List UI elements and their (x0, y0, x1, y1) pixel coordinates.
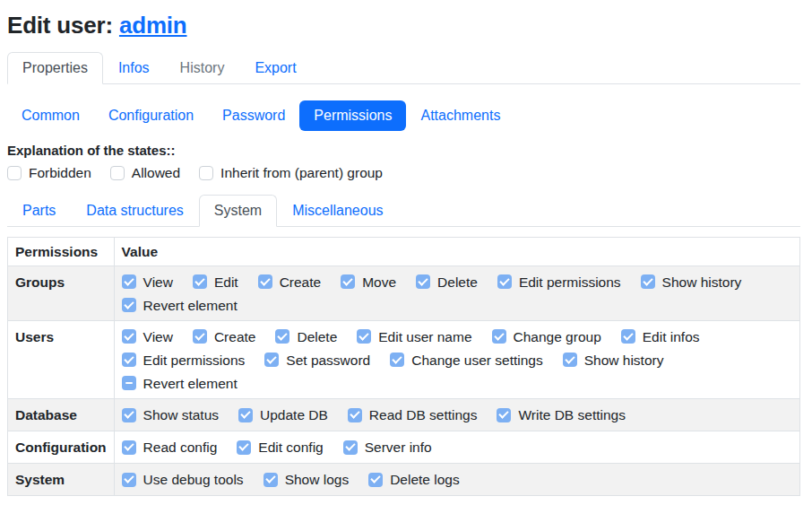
perm-checkbox-view[interactable] (122, 274, 136, 289)
perm-item-edit-infos[interactable]: Edit infos (621, 327, 700, 346)
perm-checkbox-change-user-settings[interactable] (390, 353, 404, 367)
perm-item-edit-permissions[interactable]: Edit permissions (122, 351, 246, 370)
row-label: Database (8, 399, 115, 431)
perm-checkbox-delete-logs[interactable] (368, 473, 383, 487)
state-checkbox-inherit-from-parent-group[interactable] (199, 166, 213, 180)
perm-label: Create (280, 273, 322, 292)
perm-item-set-password[interactable]: Set password (264, 351, 370, 370)
perm-item-edit-permissions[interactable]: Edit permissions (497, 273, 621, 292)
perm-tab-miscellaneous[interactable]: Miscellaneous (277, 195, 398, 227)
perm-checkbox-update-db[interactable] (238, 408, 253, 422)
perm-checkbox-edit[interactable] (193, 274, 207, 289)
perm-checkbox-use-debug-tools[interactable] (122, 473, 136, 487)
legend-item-inherit-from-parent-group[interactable]: Inherit from (parent) group (199, 165, 383, 181)
table-row-system: SystemUse debug toolsShow logsDelete log… (8, 464, 800, 496)
checkbox-line: Edit permissionsSet passwordChange user … (122, 348, 792, 371)
perm-label: View (143, 327, 173, 346)
tab-infos[interactable]: Infos (103, 52, 165, 84)
state-checkbox-allowed[interactable] (110, 166, 125, 180)
perm-item-use-debug-tools[interactable]: Use debug tools (122, 470, 244, 489)
tab-export[interactable]: Export (239, 52, 311, 84)
user-link[interactable]: admin (119, 12, 187, 39)
pill-permissions[interactable]: Permissions (299, 100, 406, 131)
perm-checkbox-read-db-settings[interactable] (348, 408, 362, 422)
perm-label: Edit config (258, 438, 323, 457)
perm-item-delete[interactable]: Delete (275, 327, 337, 346)
perm-item-show-logs[interactable]: Show logs (263, 470, 350, 489)
perm-checkbox-delete[interactable] (416, 274, 430, 289)
pill-password[interactable]: Password (208, 100, 299, 131)
perm-label: Move (362, 273, 396, 292)
perm-item-edit[interactable]: Edit (193, 273, 238, 292)
perm-item-create[interactable]: Create (258, 273, 322, 292)
pill-attachments[interactable]: Attachments (406, 100, 514, 131)
perm-checkbox-change-group[interactable] (492, 329, 506, 344)
perm-item-move[interactable]: Move (341, 273, 396, 292)
perm-checkbox-server-info[interactable] (343, 440, 358, 455)
perm-checkbox-edit-infos[interactable] (621, 329, 635, 344)
perm-checkbox-read-config[interactable] (122, 440, 136, 455)
perm-item-read-db-settings[interactable]: Read DB settings (348, 405, 478, 424)
perm-checkbox-revert-element[interactable] (122, 298, 136, 312)
perm-label: Update DB (260, 405, 328, 424)
perm-item-revert-element[interactable]: Revert element (122, 296, 238, 315)
checkbox-line: Use debug toolsShow logsDelete logs (122, 468, 792, 492)
checkbox-line: ViewEditCreateMoveDeleteEdit permissions… (122, 270, 792, 293)
perm-item-change-group[interactable]: Change group (492, 327, 601, 346)
table-row-database: DatabaseShow statusUpdate DBRead DB sett… (8, 399, 800, 431)
perm-checkbox-write-db-settings[interactable] (497, 408, 511, 422)
checkbox-line: Show statusUpdate DBRead DB settingsWrit… (122, 404, 792, 427)
tab-properties[interactable]: Properties (7, 52, 103, 84)
table-row-groups: GroupsViewEditCreateMoveDeleteEdit permi… (8, 266, 800, 321)
perm-checkbox-edit-config[interactable] (237, 440, 251, 455)
perm-item-edit-config[interactable]: Edit config (237, 438, 323, 457)
perm-item-show-history[interactable]: Show history (641, 273, 742, 292)
perm-item-edit-user-name[interactable]: Edit user name (357, 327, 471, 346)
perm-checkbox-show-history[interactable] (641, 274, 655, 289)
perm-checkbox-edit-user-name[interactable] (357, 329, 371, 344)
perm-item-revert-element[interactable]: Revert element (122, 374, 238, 393)
perm-item-view[interactable]: View (122, 327, 173, 346)
perm-checkbox-create[interactable] (258, 274, 272, 289)
perm-checkbox-revert-element[interactable] (122, 376, 136, 390)
perm-checkbox-edit-permissions[interactable] (497, 274, 512, 289)
states-legend-row: ForbiddenAllowedInherit from (parent) gr… (7, 165, 800, 181)
perm-checkbox-create[interactable] (193, 329, 207, 344)
perm-checkbox-show-status[interactable] (122, 408, 136, 422)
legend-label: Forbidden (29, 165, 91, 181)
legend-label: Inherit from (parent) group (220, 165, 383, 181)
perm-item-show-status[interactable]: Show status (122, 405, 219, 424)
perm-checkbox-show-logs[interactable] (263, 473, 278, 487)
perm-checkbox-view[interactable] (122, 329, 136, 344)
row-value: Read configEdit configServer info (114, 431, 799, 464)
perm-label: Show logs (285, 470, 350, 489)
legend-item-allowed[interactable]: Allowed (110, 165, 180, 181)
perm-item-delete[interactable]: Delete (416, 273, 478, 292)
state-checkbox-forbidden[interactable] (7, 166, 22, 180)
perm-item-read-config[interactable]: Read config (122, 438, 218, 457)
perm-checkbox-delete[interactable] (275, 329, 289, 344)
perm-item-show-history[interactable]: Show history (563, 351, 664, 370)
perm-item-delete-logs[interactable]: Delete logs (368, 470, 460, 489)
pill-common[interactable]: Common (7, 100, 94, 131)
row-value: ViewEditCreateMoveDeleteEdit permissions… (114, 266, 799, 321)
perm-item-view[interactable]: View (122, 273, 173, 292)
perm-item-change-user-settings[interactable]: Change user settings (390, 351, 542, 370)
perm-checkbox-move[interactable] (341, 274, 355, 289)
perm-label: Set password (286, 351, 370, 370)
perm-checkbox-set-password[interactable] (264, 353, 279, 367)
perm-item-write-db-settings[interactable]: Write DB settings (497, 405, 625, 424)
perm-label: Revert element (143, 296, 238, 315)
perm-label: Edit permissions (519, 273, 621, 292)
perm-tab-data-structures[interactable]: Data structures (71, 195, 198, 227)
perm-item-server-info[interactable]: Server info (343, 438, 432, 457)
perm-tab-parts[interactable]: Parts (7, 195, 71, 227)
perm-checkbox-show-history[interactable] (563, 353, 577, 367)
perm-checkbox-edit-permissions[interactable] (122, 353, 136, 367)
perm-tab-system[interactable]: System (199, 195, 277, 227)
pill-configuration[interactable]: Configuration (94, 100, 208, 131)
perm-item-update-db[interactable]: Update DB (238, 405, 328, 424)
perm-label: Use debug tools (143, 470, 244, 489)
perm-item-create[interactable]: Create (193, 327, 256, 346)
legend-item-forbidden[interactable]: Forbidden (7, 165, 91, 181)
